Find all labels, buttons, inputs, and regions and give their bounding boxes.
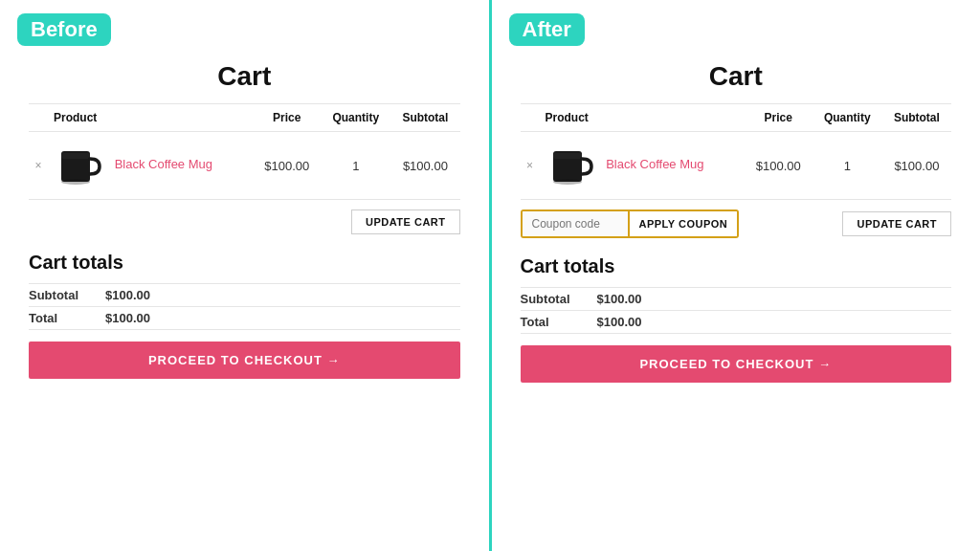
total-value-before: $100.00 bbox=[105, 307, 460, 330]
col-quantity-before: Quantity bbox=[321, 104, 390, 132]
update-cart-button-before[interactable]: UPDATE CART bbox=[351, 209, 460, 234]
before-badge: Before bbox=[17, 13, 111, 46]
after-badge: After bbox=[509, 13, 585, 46]
update-cart-row-before: UPDATE CART bbox=[29, 209, 460, 234]
total-row-before: Total $100.00 bbox=[29, 307, 460, 330]
table-row: × Black Coffee Mug $100.00 1 $100.00 bbox=[521, 132, 952, 200]
price-cell-before: $100.00 bbox=[253, 132, 321, 200]
product-link-before[interactable]: Black Coffee Mug bbox=[115, 157, 212, 171]
table-row: × Black Coffee Mug $100.00 1 $100.00 bbox=[29, 132, 460, 200]
after-cart-title: Cart bbox=[709, 61, 763, 92]
mug-image-before bbox=[54, 140, 105, 191]
quantity-cell-after: 1 bbox=[813, 132, 882, 200]
col-quantity-after: Quantity bbox=[813, 104, 882, 132]
remove-item-after[interactable]: × bbox=[521, 132, 540, 200]
total-label-before: Total bbox=[29, 307, 105, 330]
total-value-after: $100.00 bbox=[597, 311, 952, 334]
checkout-button-before[interactable]: PROCEED TO CHECKOUT → bbox=[29, 342, 460, 379]
cart-totals-title-after: Cart totals bbox=[521, 255, 952, 277]
cart-totals-after: Cart totals Subtotal $100.00 Total $100.… bbox=[521, 255, 952, 383]
product-link-after[interactable]: Black Coffee Mug bbox=[606, 157, 703, 171]
subtotal-row-before: Subtotal $100.00 bbox=[29, 284, 460, 307]
before-cart-table: Product Price Quantity Subtotal × Black … bbox=[29, 103, 460, 200]
quantity-cell-before: 1 bbox=[321, 132, 390, 200]
svg-point-5 bbox=[553, 179, 582, 185]
subtotal-label-after: Subtotal bbox=[521, 288, 597, 311]
col-remove-after bbox=[521, 104, 540, 132]
apply-coupon-button[interactable]: APPLY COUPON bbox=[628, 211, 738, 236]
subtotal-value-before: $100.00 bbox=[105, 284, 460, 307]
totals-table-after: Subtotal $100.00 Total $100.00 bbox=[521, 287, 952, 334]
col-subtotal-before: Subtotal bbox=[390, 104, 459, 132]
mug-image-after bbox=[546, 140, 597, 191]
before-cart-title: Cart bbox=[217, 61, 271, 92]
total-label-after: Total bbox=[521, 311, 597, 334]
before-panel: Before Cart Product Price Quantity Subto… bbox=[0, 0, 492, 551]
remove-item-before[interactable]: × bbox=[29, 132, 48, 200]
subtotal-cell-after: $100.00 bbox=[882, 132, 951, 200]
col-subtotal-after: Subtotal bbox=[882, 104, 951, 132]
subtotal-label-before: Subtotal bbox=[29, 284, 105, 307]
svg-point-2 bbox=[61, 179, 90, 185]
col-product-before: Product bbox=[48, 104, 253, 132]
coupon-update-row: APPLY COUPON UPDATE CART bbox=[521, 209, 952, 238]
col-remove bbox=[29, 104, 48, 132]
subtotal-cell-before: $100.00 bbox=[390, 132, 459, 200]
price-cell-after: $100.00 bbox=[745, 132, 813, 200]
update-cart-button-after[interactable]: UPDATE CART bbox=[842, 211, 951, 236]
col-price-before: Price bbox=[253, 104, 321, 132]
total-row-after: Total $100.00 bbox=[521, 311, 952, 334]
coupon-input[interactable] bbox=[523, 211, 628, 236]
totals-table-before: Subtotal $100.00 Total $100.00 bbox=[29, 283, 460, 330]
cart-totals-before: Cart totals Subtotal $100.00 Total $100.… bbox=[29, 252, 460, 379]
subtotal-row-after: Subtotal $100.00 bbox=[521, 288, 952, 311]
svg-rect-1 bbox=[61, 153, 90, 159]
svg-rect-4 bbox=[553, 153, 582, 159]
coupon-area: APPLY COUPON bbox=[521, 209, 740, 238]
after-cart-table: Product Price Quantity Subtotal × Black … bbox=[521, 103, 952, 200]
cart-totals-title-before: Cart totals bbox=[29, 252, 460, 274]
col-product-after: Product bbox=[540, 104, 745, 132]
product-cell-before: Black Coffee Mug bbox=[48, 132, 253, 200]
checkout-button-after[interactable]: PROCEED TO CHECKOUT → bbox=[521, 345, 952, 383]
subtotal-value-after: $100.00 bbox=[597, 288, 952, 311]
product-cell-after: Black Coffee Mug bbox=[540, 132, 745, 200]
after-panel: After Cart Product Price Quantity Subtot… bbox=[492, 0, 981, 551]
col-price-after: Price bbox=[745, 104, 813, 132]
